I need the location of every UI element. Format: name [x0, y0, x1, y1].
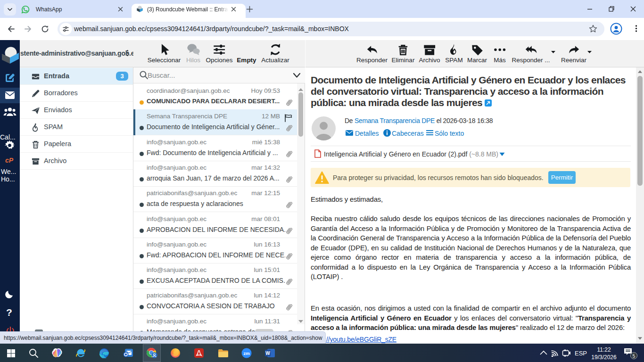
- svg-text:zm: zm: [243, 351, 249, 356]
- svg-text:W: W: [265, 351, 270, 356]
